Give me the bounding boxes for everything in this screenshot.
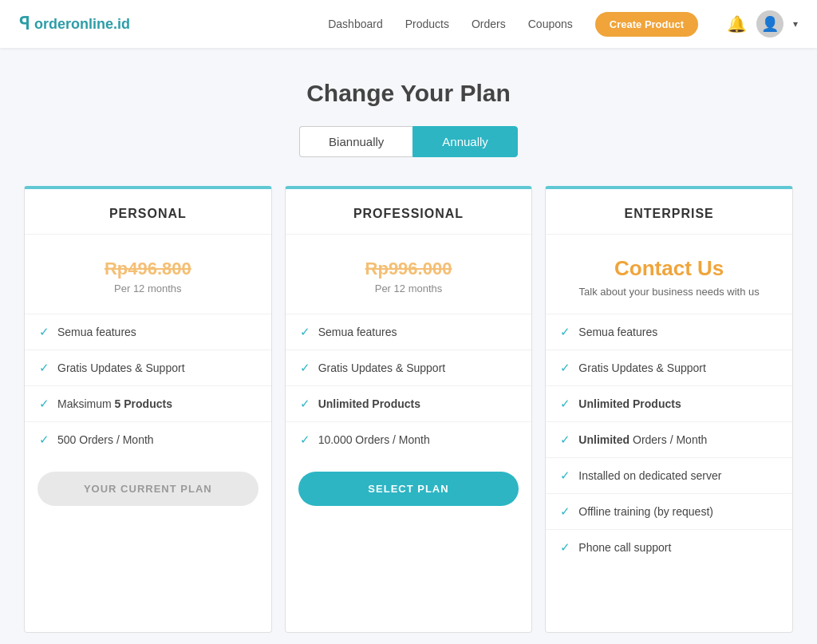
check-icon: ✓ <box>39 397 49 411</box>
navbar: ꟼ orderonline.id Dashboard Products Orde… <box>0 0 817 48</box>
contact-us-subtitle: Talk about your business needs with us <box>579 286 760 298</box>
feature-text: Gratis Updates & Support <box>318 362 446 374</box>
feature-item: ✓ Semua features <box>546 314 792 350</box>
plan-professional-price: Rp996.000 <box>365 259 452 279</box>
plan-personal-name: PERSONAL <box>37 207 259 221</box>
feature-item: ✓ Unlimited Products <box>546 386 792 422</box>
plan-personal-header: PERSONAL <box>25 189 271 235</box>
feature-item: ✓ Gratis Updates & Support <box>25 350 271 386</box>
plan-personal-price-section: Rp496.800 Per 12 months <box>25 235 271 314</box>
plan-professional-header: PROFESSIONAL <box>286 189 532 235</box>
annually-toggle[interactable]: Annually <box>412 126 518 157</box>
billing-toggle: Biannually Annually <box>18 126 799 157</box>
check-icon: ✓ <box>39 433 49 447</box>
check-icon: ✓ <box>39 325 49 339</box>
bell-icon[interactable]: 🔔 <box>727 14 747 34</box>
plan-professional-period: Per 12 months <box>375 282 443 294</box>
plan-personal-cta: YOUR CURRENT PLAN <box>25 457 271 523</box>
check-icon: ✓ <box>560 325 570 339</box>
feature-text: Semua features <box>578 326 657 338</box>
feature-item: ✓ Phone call support <box>546 530 792 565</box>
contact-us-text[interactable]: Contact Us <box>614 256 724 281</box>
feature-text: 10.000 Orders / Month <box>318 433 430 446</box>
plan-professional-cta: SELECT PLAN <box>286 457 532 523</box>
main-content: Change Your Plan Biannually Annually PER… <box>2 48 815 644</box>
check-icon: ✓ <box>300 361 310 375</box>
check-icon: ✓ <box>560 361 570 375</box>
nav-coupons[interactable]: Coupons <box>528 18 573 30</box>
current-plan-button: YOUR CURRENT PLAN <box>37 472 259 506</box>
user-menu-caret[interactable]: ▾ <box>793 18 798 30</box>
feature-text: Offline training (by request) <box>578 505 713 518</box>
feature-item: ✓ 10.000 Orders / Month <box>286 422 532 457</box>
feature-text: Semua features <box>318 326 397 338</box>
feature-text: Installed on dedicated server <box>578 469 721 482</box>
check-icon: ✓ <box>560 540 570 555</box>
nav-dashboard[interactable]: Dashboard <box>328 18 383 30</box>
plan-personal-features: ✓ Semua features ✓ Gratis Updates & Supp… <box>25 314 271 457</box>
check-icon: ✓ <box>560 433 570 447</box>
create-product-button[interactable]: Create Product <box>595 12 698 37</box>
feature-item: ✓ Gratis Updates & Support <box>546 350 792 386</box>
nav-orders[interactable]: Orders <box>472 18 506 30</box>
check-icon: ✓ <box>39 361 49 375</box>
feature-item: ✓ Gratis Updates & Support <box>286 350 532 386</box>
feature-text: Unlimited Products <box>318 397 420 410</box>
feature-item: ✓ Semua features <box>25 314 271 350</box>
feature-text: Semua features <box>57 326 136 338</box>
feature-text: Maksimum 5 Products <box>57 397 172 410</box>
page-title: Change Your Plan <box>18 80 799 107</box>
nav-products[interactable]: Products <box>405 18 449 30</box>
check-icon: ✓ <box>560 397 570 411</box>
plan-professional: PROFESSIONAL Rp996.000 Per 12 months ✓ S… <box>285 186 533 633</box>
feature-item: ✓ Semua features <box>286 314 532 350</box>
feature-text: Gratis Updates & Support <box>57 362 185 374</box>
plan-enterprise-features: ✓ Semua features ✓ Gratis Updates & Supp… <box>546 314 792 565</box>
plan-personal: PERSONAL Rp496.800 Per 12 months ✓ Semua… <box>24 186 272 633</box>
avatar[interactable]: 👤 <box>756 10 783 38</box>
biannually-toggle[interactable]: Biannually <box>299 126 412 157</box>
feature-text: 500 Orders / Month <box>57 433 154 446</box>
check-icon: ✓ <box>560 468 570 483</box>
plan-enterprise-name: ENTERPRISE <box>558 207 780 221</box>
brand-icon: ꟼ <box>19 14 30 34</box>
feature-text: Gratis Updates & Support <box>578 362 706 374</box>
plan-enterprise-price-section: Contact Us Talk about your business need… <box>546 235 792 314</box>
brand-name: orderonline.id <box>34 16 130 33</box>
feature-item: ✓ 500 Orders / Month <box>25 422 271 457</box>
select-plan-button[interactable]: SELECT PLAN <box>298 472 519 506</box>
plan-professional-name: PROFESSIONAL <box>298 207 519 221</box>
check-icon: ✓ <box>300 325 310 339</box>
check-icon: ✓ <box>300 433 310 447</box>
feature-item: ✓ Unlimited Products <box>286 386 532 422</box>
nav-links: Dashboard Products Orders Coupons Create… <box>328 12 698 37</box>
feature-item: ✓ Offline training (by request) <box>546 494 792 530</box>
plans-grid: PERSONAL Rp496.800 Per 12 months ✓ Semua… <box>18 186 799 633</box>
plan-professional-features: ✓ Semua features ✓ Gratis Updates & Supp… <box>286 314 532 457</box>
plan-enterprise: ENTERPRISE Contact Us Talk about your bu… <box>545 186 793 633</box>
feature-text: Unlimited Orders / Month <box>578 433 707 446</box>
navbar-icons: 🔔 👤 ▾ <box>727 10 798 38</box>
feature-item: ✓ Installed on dedicated server <box>546 458 792 494</box>
feature-text: Unlimited Products <box>578 397 681 410</box>
brand-logo[interactable]: ꟼ orderonline.id <box>19 14 130 34</box>
check-icon: ✓ <box>300 397 310 411</box>
plan-professional-price-section: Rp996.000 Per 12 months <box>286 235 532 314</box>
check-icon: ✓ <box>560 504 570 519</box>
plan-personal-period: Per 12 months <box>114 282 182 294</box>
plan-enterprise-header: ENTERPRISE <box>546 189 792 235</box>
feature-text: Phone call support <box>578 541 671 554</box>
feature-item: ✓ Maksimum 5 Products <box>25 386 271 422</box>
plan-personal-price: Rp496.800 <box>105 259 191 279</box>
feature-item: ✓ Unlimited Orders / Month <box>546 422 792 458</box>
